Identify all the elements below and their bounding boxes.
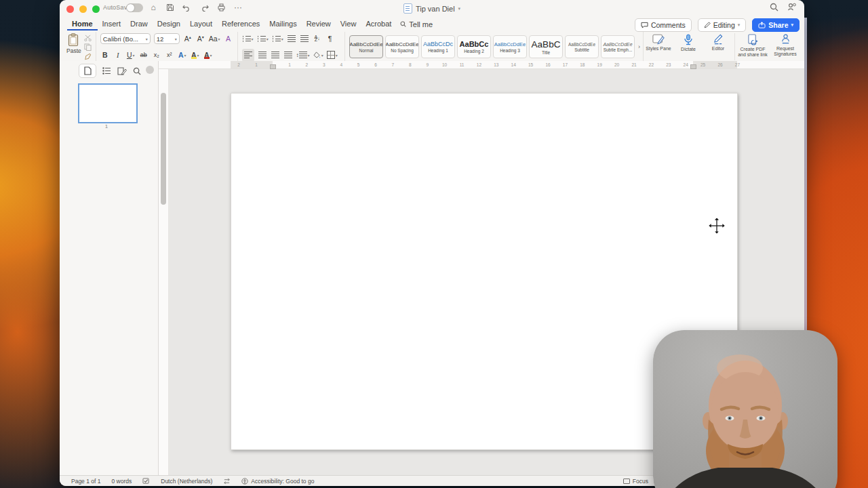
- strikethrough-button[interactable]: ab: [139, 50, 149, 60]
- ruler-number: 18: [580, 62, 585, 67]
- tell-me-search[interactable]: Tell me: [400, 20, 433, 28]
- ruler-number: 27: [735, 62, 740, 67]
- justify-button[interactable]: [283, 50, 293, 60]
- vertical-ruler: [159, 69, 169, 476]
- close-pane-icon[interactable]: [146, 66, 154, 74]
- style-label: No Spacing: [391, 48, 414, 53]
- dictate-button[interactable]: Dictate: [673, 32, 703, 62]
- style-title[interactable]: AaBbCTitle: [529, 35, 563, 58]
- superscript-button[interactable]: x²: [165, 50, 174, 60]
- tab-design[interactable]: Design: [153, 18, 185, 30]
- styles-gallery-more-icon[interactable]: ›: [638, 43, 640, 50]
- tab-home[interactable]: Home: [67, 18, 98, 30]
- shading-button[interactable]: ▾: [313, 50, 323, 60]
- title-chevron-down-icon[interactable]: ▾: [458, 6, 461, 12]
- ruler-number: 4: [340, 62, 342, 67]
- right-indent-marker[interactable]: [690, 64, 696, 69]
- left-indent-marker[interactable]: [270, 64, 276, 69]
- text-effects-button[interactable]: A▾: [178, 50, 187, 60]
- word-count-status[interactable]: 0 words: [111, 478, 132, 485]
- draft-view-icon[interactable]: [117, 67, 127, 75]
- editor-icon: [713, 34, 724, 45]
- tab-mailings[interactable]: Mailings: [264, 18, 301, 30]
- multilevel-list-button[interactable]: ▾: [272, 34, 283, 44]
- create-pdf-label: Create PDF and share link: [736, 47, 769, 57]
- font-color-button[interactable]: A▾: [203, 50, 213, 60]
- request-signatures-label: Request Signatures: [769, 46, 802, 56]
- style-label: Normal: [359, 48, 374, 53]
- align-center-button[interactable]: [258, 50, 267, 60]
- decrease-indent-button[interactable]: [287, 34, 296, 44]
- create-pdf-button[interactable]: Create PDF and share link: [736, 32, 769, 62]
- show-paragraph-marks-button[interactable]: ¶: [326, 34, 335, 44]
- editor-button[interactable]: Editor: [703, 32, 733, 62]
- language-status[interactable]: Dutch (Netherlands): [161, 478, 212, 485]
- cut-icon[interactable]: [84, 35, 92, 41]
- italic-button[interactable]: I: [113, 50, 123, 60]
- style-subtitle[interactable]: AaBbCcDdEeSubtitle: [565, 35, 599, 58]
- increase-indent-button[interactable]: [300, 34, 309, 44]
- tab-view[interactable]: View: [336, 18, 361, 30]
- sort-button[interactable]: AZ↓: [313, 34, 322, 44]
- accessibility-status[interactable]: Accessibility: Good to go: [241, 478, 314, 485]
- font-name-select[interactable]: Calibri (Bo...▾: [100, 33, 151, 44]
- tab-layout[interactable]: Layout: [185, 18, 217, 30]
- sidebar-search-icon[interactable]: [133, 67, 141, 75]
- ruler-number: 8: [409, 62, 412, 67]
- vertical-scrollbar-thumb[interactable]: [161, 93, 166, 205]
- subscript-button[interactable]: x₂: [152, 50, 161, 60]
- share-button[interactable]: Share ▾: [752, 18, 800, 32]
- ribbon: Paste Calibri (Bo...▾ 12▾ A▴ A▾: [60, 31, 804, 64]
- underline-button[interactable]: U▾: [126, 50, 136, 60]
- ruler-number: 3: [323, 62, 326, 67]
- align-left-button[interactable]: [242, 49, 254, 62]
- tab-review[interactable]: Review: [302, 18, 336, 30]
- shrink-font-button[interactable]: A▾: [196, 34, 205, 44]
- focus-mode-button[interactable]: Focus: [623, 478, 648, 485]
- bold-button[interactable]: B: [100, 50, 110, 60]
- page-count-status[interactable]: Page 1 of 1: [71, 478, 100, 485]
- numbered-list-button[interactable]: ▾: [257, 34, 269, 44]
- font-size-select[interactable]: 12▾: [154, 33, 180, 44]
- outline-view-icon[interactable]: [102, 67, 111, 75]
- copy-icon[interactable]: [84, 43, 92, 51]
- proofing-icon[interactable]: [142, 478, 150, 485]
- horizontal-ruler[interactable]: 2112345678910111213141516171819202122232…: [159, 61, 804, 69]
- ruler-number: 21: [631, 62, 636, 67]
- text-direction-icon[interactable]: [223, 478, 231, 485]
- style-heading-2[interactable]: AaBbCcHeading 2: [457, 35, 491, 58]
- style-no-spacing[interactable]: AaBbCcDdEeNo Spacing: [385, 35, 419, 58]
- highlight-color-button[interactable]: A▾: [191, 50, 200, 60]
- styles-pane-button[interactable]: Styles Pane: [644, 32, 673, 62]
- style-heading-3[interactable]: AaBbCcDdEeHeading 3: [493, 35, 527, 58]
- tab-insert[interactable]: Insert: [98, 18, 126, 30]
- line-spacing-button[interactable]: ↕▾: [296, 50, 310, 60]
- search-icon[interactable]: [770, 3, 778, 12]
- document-title[interactable]: Tip van Diel: [416, 5, 455, 13]
- align-right-button[interactable]: [271, 50, 280, 60]
- style-heading-1[interactable]: AaBbCcDcHeading 1: [421, 35, 455, 58]
- tab-draw[interactable]: Draw: [125, 18, 153, 30]
- clipboard-icon: [68, 33, 79, 47]
- share-chevron-down-icon: ▾: [791, 22, 793, 28]
- editing-mode-button[interactable]: Editing ▾: [698, 18, 747, 32]
- ruler-number: 17: [563, 62, 568, 67]
- ruler-number: 16: [545, 62, 550, 67]
- page-1-thumbnail[interactable]: [78, 83, 138, 123]
- tab-references[interactable]: References: [217, 18, 264, 30]
- borders-button[interactable]: ▾: [327, 50, 338, 60]
- comments-button[interactable]: Comments: [635, 18, 692, 32]
- presence-icon[interactable]: [787, 3, 796, 12]
- thumbnail-page-number: 1: [78, 123, 135, 129]
- tab-acrobat[interactable]: Acrobat: [361, 18, 396, 30]
- grow-font-button[interactable]: A▴: [183, 34, 193, 44]
- style-normal[interactable]: AaBbCcDdEeNormal: [349, 35, 383, 58]
- request-signatures-button[interactable]: Request Signatures: [769, 32, 802, 62]
- bullet-list-button[interactable]: ▾: [242, 34, 254, 44]
- paste-button[interactable]: Paste: [66, 33, 81, 61]
- change-case-button[interactable]: Aa▾: [209, 34, 220, 44]
- thumbnails-view-tab[interactable]: [79, 64, 96, 78]
- clear-formatting-button[interactable]: A: [224, 34, 233, 44]
- format-painter-icon[interactable]: [84, 53, 92, 60]
- style-subtle-emph[interactable]: AaBbCcDdEeSubtle Emph...: [601, 35, 635, 58]
